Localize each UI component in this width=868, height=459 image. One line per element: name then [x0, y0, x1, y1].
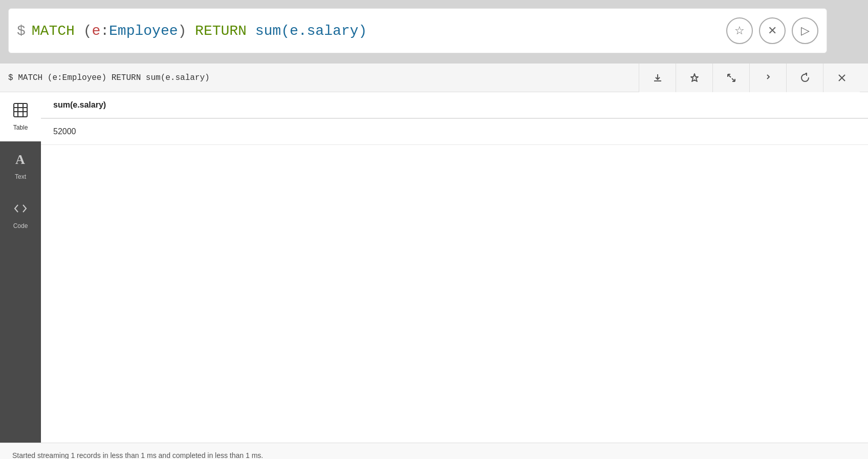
collapse-btn[interactable] — [749, 64, 786, 92]
download-btn[interactable] — [639, 64, 676, 92]
column-header-salary: sum(e.salary) — [41, 92, 868, 118]
query-header-row: $ MATCH (e:Employee) RETURN sum(e.salary… — [0, 64, 868, 92]
code-icon — [13, 201, 28, 219]
node-label: Employee — [109, 23, 178, 39]
cell-salary-value: 52000 — [41, 118, 868, 145]
svg-rect-0 — [14, 103, 27, 117]
table-label: Table — [13, 124, 28, 131]
table-row: 52000 — [41, 118, 868, 145]
result-area: sum(e.salary) 52000 — [41, 92, 868, 451]
open-paren: ( — [75, 23, 92, 39]
dollar-sign: $ — [17, 23, 26, 39]
table-icon — [13, 102, 28, 121]
result-table: sum(e.salary) 52000 — [41, 92, 868, 145]
colon: : — [100, 23, 109, 39]
divider — [0, 53, 868, 64]
refresh-btn[interactable] — [786, 64, 823, 92]
text-icon: A — [13, 152, 28, 170]
favorite-button[interactable]: ☆ — [726, 17, 753, 44]
close-paren: ) — [178, 23, 186, 39]
code-label: Code — [13, 222, 28, 230]
return-keyword: RETURN — [186, 23, 247, 39]
text-label: Text — [15, 173, 26, 180]
cancel-button[interactable]: ✕ — [759, 17, 786, 44]
status-text: Started streaming 1 records in less than… — [12, 451, 263, 460]
top-toolbar: ☆ ✕ ▷ — [726, 17, 818, 44]
sidebar: Table A Text — [0, 92, 41, 451]
run-button[interactable]: ▷ — [792, 17, 818, 44]
top-query-display: $ MATCH ( e : Employee ) RETURN sum(e.sa… — [17, 23, 367, 39]
svg-text:A: A — [15, 152, 25, 167]
header-toolbar — [639, 64, 860, 92]
match-keyword: MATCH — [32, 23, 75, 39]
main-panel: $ MATCH (e:Employee) RETURN sum(e.salary… — [0, 64, 868, 451]
content-area: Table A Text — [0, 92, 868, 451]
expand-btn[interactable] — [712, 64, 749, 92]
top-query-bar: $ MATCH ( e : Employee ) RETURN sum(e.sa… — [8, 8, 827, 53]
sidebar-item-table[interactable]: Table — [0, 92, 41, 141]
func-call: sum(e.salary) — [247, 23, 367, 39]
sidebar-item-text[interactable]: A Text — [0, 141, 41, 191]
node-var: e — [92, 23, 100, 39]
query-header-text: $ MATCH (e:Employee) RETURN sum(e.salary… — [8, 73, 210, 82]
close-result-btn[interactable] — [823, 64, 860, 92]
status-bar: Started streaming 1 records in less than… — [0, 443, 868, 459]
sidebar-item-code[interactable]: Code — [0, 191, 41, 240]
pin-btn[interactable] — [676, 64, 712, 92]
